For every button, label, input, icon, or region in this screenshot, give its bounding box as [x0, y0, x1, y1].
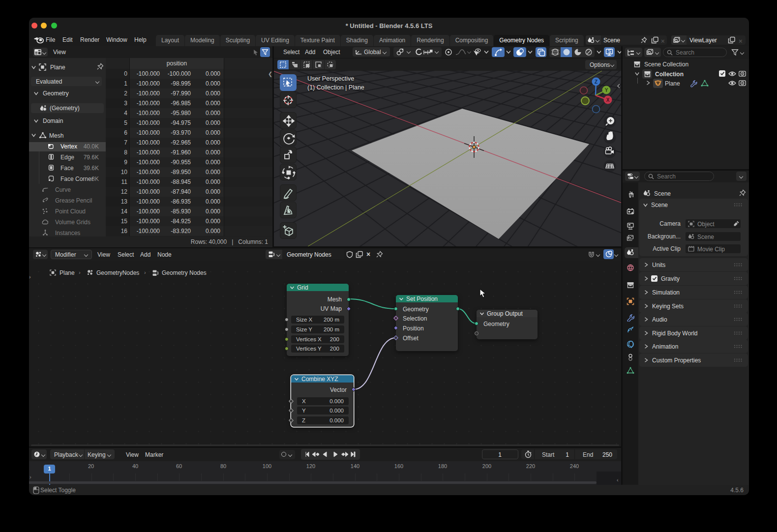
svg-text:Z: Z — [595, 79, 598, 85]
svg-text:Y: Y — [605, 88, 608, 93]
svg-text:X: X — [606, 97, 610, 103]
